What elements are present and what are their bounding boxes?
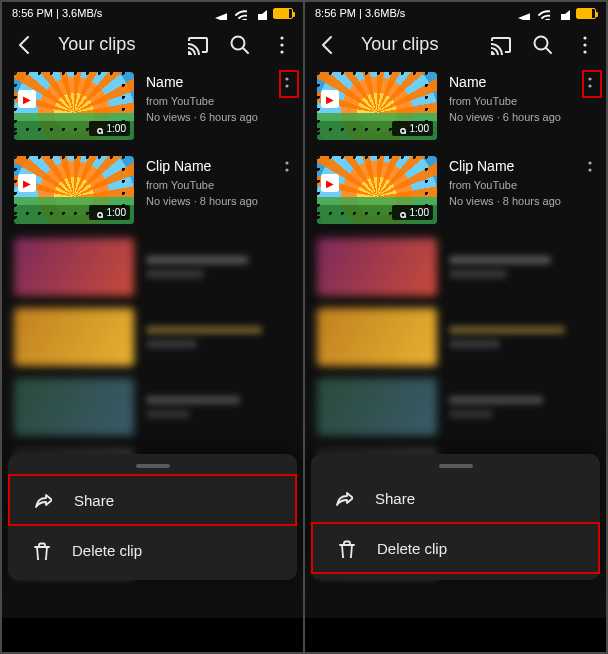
search-button[interactable]: [227, 32, 251, 56]
back-button[interactable]: [315, 32, 339, 56]
blurred-item: [2, 232, 303, 302]
clip-meta: Name from YouTube No views · 6 hours ago: [449, 72, 564, 126]
duration-badge: 1:00: [89, 121, 130, 136]
clip-list: 1:00 Name from YouTube No views · 6 hour…: [305, 64, 606, 618]
clip-stats: No views · 8 hours ago: [146, 194, 261, 210]
sheet-delete[interactable]: Delete clip: [8, 526, 297, 574]
clip-title: Clip Name: [146, 156, 261, 176]
phone-left: 8:56 PM | 3.6MB/s Your clips 1:00 Nam: [2, 2, 303, 652]
nav-back[interactable]: [526, 624, 544, 646]
airplane-icon: [213, 6, 227, 20]
battery-icon: [273, 8, 293, 19]
mute-icon: [556, 6, 570, 20]
status-icons: [516, 6, 596, 20]
trash-icon: [30, 540, 50, 560]
clip-row[interactable]: 1:00 Clip Name from YouTube No views · 8…: [2, 148, 303, 232]
scissors-icon: [93, 124, 103, 134]
nav-home[interactable]: [447, 624, 465, 646]
overflow-button[interactable]: [269, 32, 293, 56]
mute-icon: [253, 6, 267, 20]
wifi-icon: [536, 6, 550, 20]
status-icons: [213, 6, 293, 20]
nav-recent[interactable]: [367, 624, 385, 646]
clip-stats: No views · 8 hours ago: [449, 194, 564, 210]
blurred-item: [2, 372, 303, 442]
clip-more-button[interactable]: [576, 156, 594, 172]
trash-icon: [335, 538, 355, 558]
sheet-delete-label: Delete clip: [72, 542, 142, 559]
back-button[interactable]: [12, 32, 36, 56]
scissors-icon: [93, 208, 103, 218]
clip-meta: Clip Name from YouTube No views · 8 hour…: [449, 156, 564, 210]
app-bar: Your clips: [2, 24, 303, 64]
blurred-item: [2, 302, 303, 372]
clip-thumbnail[interactable]: 1:00: [317, 72, 437, 140]
blurred-item: [305, 232, 606, 302]
scissors-icon: [396, 208, 406, 218]
status-bar: 8:56 PM | 3.6MB/s: [305, 2, 606, 24]
blurred-item: [305, 302, 606, 372]
nav-recent[interactable]: [64, 624, 82, 646]
sheet-delete-label: Delete clip: [377, 540, 447, 557]
clip-source: from YouTube: [146, 94, 261, 110]
clip-thumbnail[interactable]: 1:00: [14, 156, 134, 224]
clip-more-button[interactable]: [273, 72, 291, 88]
cast-button[interactable]: [185, 32, 209, 56]
clip-title: Name: [146, 72, 261, 92]
wifi-icon: [233, 6, 247, 20]
clip-row[interactable]: 1:00 Name from YouTube No views · 6 hour…: [305, 64, 606, 148]
clip-title: Name: [449, 72, 564, 92]
phone-right: 8:56 PM | 3.6MB/s Your clips 1:00 Name: [305, 2, 606, 652]
search-button[interactable]: [530, 32, 554, 56]
nav-back[interactable]: [223, 624, 241, 646]
scissors-icon: [396, 124, 406, 134]
duration-badge: 1:00: [89, 205, 130, 220]
sheet-share[interactable]: Share: [8, 474, 297, 526]
duration-badge: 1:00: [392, 205, 433, 220]
clip-more-button[interactable]: [273, 156, 291, 172]
clip-source: from YouTube: [449, 94, 564, 110]
share-icon: [32, 490, 52, 510]
sheet-delete[interactable]: Delete clip: [311, 522, 600, 574]
clip-meta: Name from YouTube No views · 6 hours ago: [146, 72, 261, 126]
sheet-share-label: Share: [375, 490, 415, 507]
overflow-button[interactable]: [572, 32, 596, 56]
clip-title: Clip Name: [449, 156, 564, 176]
battery-icon: [576, 8, 596, 19]
duration-badge: 1:00: [392, 121, 433, 136]
airplane-icon: [516, 6, 530, 20]
nav-bar: [2, 618, 303, 652]
nav-home[interactable]: [144, 624, 162, 646]
status-time-net: 8:56 PM | 3.6MB/s: [315, 7, 405, 19]
page-title: Your clips: [54, 34, 167, 55]
clip-stats: No views · 6 hours ago: [146, 110, 261, 126]
sheet-handle[interactable]: [136, 464, 170, 468]
sheet-handle[interactable]: [439, 464, 473, 468]
page-title: Your clips: [357, 34, 470, 55]
bottom-sheet: Share Delete clip: [8, 454, 297, 580]
blurred-item: [305, 372, 606, 442]
sheet-share-label: Share: [74, 492, 114, 509]
clip-row[interactable]: 1:00 Name from YouTube No views · 6 hour…: [2, 64, 303, 148]
clip-source: from YouTube: [146, 178, 261, 194]
clip-source: from YouTube: [449, 178, 564, 194]
nav-bar: [305, 618, 606, 652]
clip-more-button[interactable]: [576, 72, 594, 88]
share-icon: [333, 488, 353, 508]
bottom-sheet: Share Delete clip: [311, 454, 600, 580]
cast-button[interactable]: [488, 32, 512, 56]
status-bar: 8:56 PM | 3.6MB/s: [2, 2, 303, 24]
clip-meta: Clip Name from YouTube No views · 8 hour…: [146, 156, 261, 210]
sheet-share[interactable]: Share: [311, 474, 600, 522]
clip-thumbnail[interactable]: 1:00: [14, 72, 134, 140]
app-bar: Your clips: [305, 24, 606, 64]
clip-row[interactable]: 1:00 Clip Name from YouTube No views · 8…: [305, 148, 606, 232]
clip-list: 1:00 Name from YouTube No views · 6 hour…: [2, 64, 303, 618]
clip-thumbnail[interactable]: 1:00: [317, 156, 437, 224]
status-time-net: 8:56 PM | 3.6MB/s: [12, 7, 102, 19]
clip-stats: No views · 6 hours ago: [449, 110, 564, 126]
